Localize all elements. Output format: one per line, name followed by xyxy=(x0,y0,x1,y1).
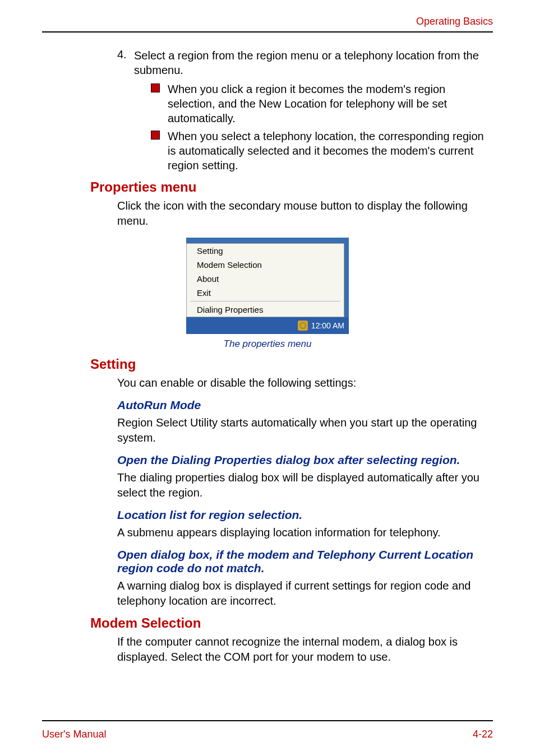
heading-properties-menu: Properties menu xyxy=(90,179,493,195)
heading-setting: Setting xyxy=(90,356,493,372)
footer-rule xyxy=(42,720,493,721)
footer-left: User's Manual xyxy=(42,729,106,740)
properties-menu-body: Click the icon with the secondary mouse … xyxy=(117,198,493,229)
page-content: 4. Select a region from the region menu … xyxy=(42,46,493,668)
menu-item-dialing-properties[interactable]: Dialing Properties xyxy=(187,303,344,317)
subheading-autorun: AutoRun Mode xyxy=(117,398,493,412)
subheading-mismatch: Open dialog box, if the modem and Teleph… xyxy=(117,548,493,575)
menu-item-modem-selection[interactable]: Modem Selection xyxy=(187,258,344,272)
step-number: 4. xyxy=(117,48,134,77)
mismatch-body: A warning dialog box is displayed if cur… xyxy=(117,578,493,609)
menu-item-setting[interactable]: Setting xyxy=(187,244,344,258)
step-4: 4. Select a region from the region menu … xyxy=(117,48,493,77)
bullet-text: When you click a region it becomes the m… xyxy=(168,82,493,126)
bullet-text: When you select a telephony location, th… xyxy=(168,129,493,173)
context-menu-screenshot: Setting Modem Selection About Exit Diali… xyxy=(186,238,349,334)
figure-caption: The properties menu xyxy=(42,338,493,350)
header-section: Operating Basics xyxy=(416,16,493,27)
autorun-body: Region Select Utility starts automatical… xyxy=(117,415,493,446)
context-menu: Setting Modem Selection About Exit Diali… xyxy=(186,243,344,317)
subheading-open-dialing: Open the Dialing Properties dialog box a… xyxy=(117,453,493,467)
open-dialing-body: The dialing properties dialog box will b… xyxy=(117,470,493,500)
menu-item-about[interactable]: About xyxy=(187,272,344,286)
location-list-body: A submenu appears displaying location in… xyxy=(117,525,493,540)
heading-modem-selection: Modem Selection xyxy=(90,615,493,631)
subheading-location-list: Location list for region selection. xyxy=(117,508,493,522)
taskbar: 12:00 AM xyxy=(186,317,349,334)
footer-right: 4-22 xyxy=(473,729,493,740)
square-bullet-icon xyxy=(151,84,160,92)
header-rule xyxy=(42,31,493,33)
taskbar-clock: 12:00 AM xyxy=(311,321,344,330)
modem-selection-body: If the computer cannot recognize the int… xyxy=(117,634,493,665)
bullet-item: When you click a region it becomes the m… xyxy=(151,82,493,126)
menu-separator xyxy=(190,301,340,302)
setting-intro: You can enable or disable the following … xyxy=(117,375,493,391)
tray-globe-icon[interactable] xyxy=(298,321,308,331)
square-bullet-icon xyxy=(151,131,160,140)
step-text: Select a region from the region menu or … xyxy=(134,48,493,77)
properties-menu-figure: Setting Modem Selection About Exit Diali… xyxy=(42,238,493,334)
bullet-item: When you select a telephony location, th… xyxy=(151,129,493,173)
menu-item-exit[interactable]: Exit xyxy=(187,286,344,300)
